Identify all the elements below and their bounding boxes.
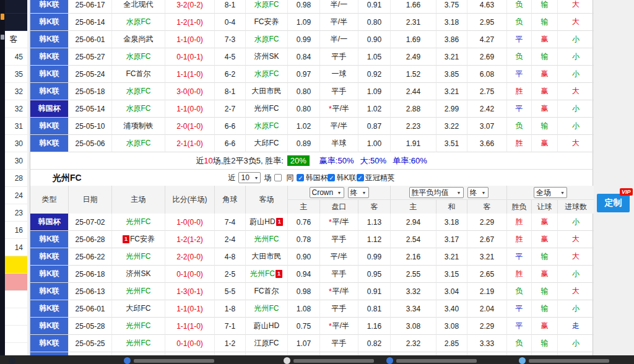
match-date: 25-05-10 (69, 118, 112, 135)
taskbar-item-title (529, 359, 609, 363)
result-wdl: 负 (507, 14, 532, 31)
away-team-cell: 光州FC (246, 300, 288, 318)
taskbar-item[interactable] (386, 355, 477, 364)
average-select[interactable]: 胜平负均值▼ (409, 187, 464, 198)
taskbar-item[interactable] (519, 355, 609, 364)
taskbar-item-title (293, 359, 374, 363)
away-team-cell: 蔚山HD1 (246, 214, 288, 231)
red-card-icon: 1 (123, 235, 129, 243)
match-row: 韩K联25-06-17全北现代3-2(0-2)8-1水原FC0.98半/一0.9… (30, 0, 593, 14)
chevron-down-icon: ▼ (362, 191, 367, 195)
euro-home-odds: 2.31 (391, 14, 436, 31)
team-name: 光州FC (254, 303, 279, 314)
match-row: 韩K联25-06-01金泉尚武1-1(0-0)7-3水原FC0.99半/一0.9… (30, 31, 593, 48)
filter-bar: 近 10▼ 场 同 ✓韩国杯✓韩K联✓亚冠精英 (30, 170, 593, 186)
team-name: 光州FC (254, 234, 279, 245)
gwangju-section-header: 光州FC 近 10▼ 场 同 ✓韩国杯✓韩K联✓亚冠精英 (30, 170, 593, 186)
match-date: 25-05-27 (69, 48, 112, 66)
euro-away-odds: 4.27 (467, 31, 507, 48)
home-team-cell: 光州FC (112, 318, 165, 335)
average-time-select[interactable]: 终▼ (467, 187, 489, 198)
team-name: 大田市民 (252, 86, 282, 97)
match-date: 25-06-22 (69, 248, 112, 266)
customize-button[interactable]: 定制 (597, 194, 630, 212)
asian-home-odds: 0.97 (288, 66, 320, 83)
euro-away-odds: 2.75 (467, 83, 507, 100)
score: 0-1(0-1) (165, 48, 215, 66)
col-header: 类型 (30, 186, 69, 214)
match-date: 25-06-01 (69, 300, 112, 318)
euro-draw-odds: 2.85 (436, 335, 467, 352)
home-team-cell: 水原FC (112, 14, 165, 31)
team-section-title: 光州FC (53, 173, 82, 184)
handicap: 半球 (320, 135, 358, 152)
gwangju-matches-table: 韩国杯25-07-02光州FC1-0(0-0)7-4蔚山HD10.76*平/半1… (30, 214, 593, 364)
corner-count: 4-8 (215, 248, 246, 266)
same-filter-checkbox[interactable] (274, 174, 282, 181)
result-handicap: 输 (532, 118, 558, 135)
match-count-select[interactable]: 10▼ (238, 172, 261, 183)
team-name: 水原FC (126, 17, 151, 27)
away-team-cell: 水原FC (246, 31, 288, 48)
euro-draw-odds: 3.40 (436, 300, 467, 318)
euro-away-odds: 2.19 (467, 283, 507, 300)
team-name: 全北现代 (124, 0, 154, 10)
result-wdl: 负 (507, 283, 532, 300)
euro-draw-odds: 3.21 (436, 83, 467, 100)
summary-row: 近10场,胜2平3负5, 胜率:20%赢率:50%大:50%单率:60% (30, 152, 593, 170)
euro-away-odds: 2.65 (467, 266, 507, 283)
app-window-icon (9, 357, 15, 364)
expand-panel-icon[interactable] (1, 14, 4, 20)
league-filter-checkbox[interactable]: ✓ (357, 174, 364, 181)
scope-select[interactable]: 全场▼ (534, 187, 567, 198)
team-name: 光州FC (126, 286, 151, 297)
asian-away-odds: 1.02 (358, 100, 391, 118)
result-handicap: 赢 (532, 266, 558, 283)
taskbar-item[interactable] (284, 355, 374, 364)
col-header: 主场 (112, 186, 165, 214)
league-filter-checkbox[interactable]: ✓ (297, 174, 304, 181)
team-name: 济州SK (254, 51, 279, 62)
asian-away-odds: 1.13 (358, 214, 391, 231)
euro-draw-odds: 3.04 (436, 283, 467, 300)
away-team-cell: 济州SK (246, 48, 288, 66)
handicap: *平/半 (320, 318, 358, 335)
red-card-icon: 1 (276, 218, 283, 226)
team-name: 光州FC (126, 217, 151, 227)
match-date: 25-05-24 (69, 66, 112, 83)
collapsed-panel-strip[interactable] (0, 0, 5, 364)
asian-away-odds: 0.91 (358, 283, 391, 300)
home-team-cell: 光州FC (112, 248, 165, 266)
asian-away-odds: 1.09 (358, 83, 391, 100)
league-badge: 韩国杯 (30, 214, 69, 231)
result-goals: 小 (558, 48, 594, 66)
asian-home-odds: 0.98 (288, 283, 320, 300)
euro-home-odds: 2.94 (391, 214, 436, 231)
taskbar-item[interactable] (124, 355, 214, 364)
euro-home-odds: 2.16 (391, 248, 436, 266)
handicap: 一球 (320, 66, 358, 83)
handicap-star: * (329, 287, 332, 296)
result-goals: 小 (558, 214, 594, 231)
result-handicap: 输 (532, 283, 558, 300)
home-team-cell: 光州FC (112, 214, 165, 231)
score: 1-2(1-2) (165, 231, 215, 248)
taskbar-item[interactable] (9, 355, 15, 364)
handicap: 平/半 (320, 118, 358, 135)
bookmaker-select[interactable]: Crown▼ (310, 187, 344, 198)
odds-time-select[interactable]: 终▼ (348, 187, 369, 198)
result-goals: 大 (558, 135, 594, 152)
result-wdl: 平 (507, 300, 532, 318)
result-goals: 走 (558, 318, 594, 335)
euro-home-odds: 2.32 (391, 335, 436, 352)
league-badge: 韩K联 (30, 300, 69, 318)
win-rate-badge: 20% (287, 155, 310, 166)
team-name: 水原FC (126, 51, 151, 62)
team-name: FC首尔 (254, 286, 279, 297)
asian-home-odds: 0.89 (288, 135, 320, 152)
result-goals: 大 (558, 283, 594, 300)
league-filter-label: 韩K联 (336, 173, 356, 182)
score: 1-1(1-0) (165, 318, 215, 335)
league-filter-checkbox[interactable]: ✓ (328, 174, 335, 181)
asian-away-odds: 0.95 (358, 266, 391, 283)
